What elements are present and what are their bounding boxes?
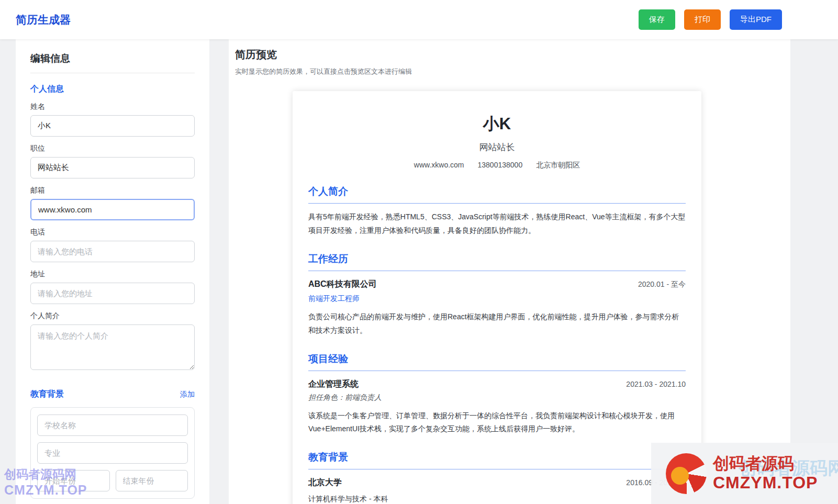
resume-paper: 小K 网站站长 www.xkwo.com 13800138000 北京市朝阳区 … <box>293 91 701 504</box>
app-title: 简历生成器 <box>16 13 71 27</box>
education-years-row <box>37 470 188 491</box>
work-position[interactable]: 前端开发工程师 <box>308 294 686 304</box>
app-header: 简历生成器 保存 打印 导出PDF <box>0 0 838 39</box>
resume-projects-section: 项目经验 企业管理系统 2021.03 - 2021.10 担任角色：前端负责人… <box>308 352 686 436</box>
phone-field-label: 电话 <box>30 228 195 237</box>
education-degree[interactable]: 计算机科学与技术 - 本科 <box>308 492 686 504</box>
header-actions: 保存 打印 导出PDF <box>639 9 782 30</box>
address-input[interactable] <box>30 283 195 304</box>
project-period[interactable]: 2021.03 - 2021.10 <box>626 380 686 388</box>
watermark-bottom-right: 创码者源码网 创码者源码 CMZYM.TOP <box>651 443 838 504</box>
cmzym-logo-icon <box>666 453 707 494</box>
end-year-input[interactable] <box>116 470 188 491</box>
export-pdf-button[interactable]: 导出PDF <box>730 9 782 30</box>
summary-textarea[interactable] <box>30 324 195 370</box>
education-section-title: 教育背景 <box>30 389 64 400</box>
name-field-label: 姓名 <box>30 102 195 111</box>
preview-title: 简历预览 <box>235 48 784 62</box>
work-item-header: ABC科技有限公司 2020.01 - 至今 <box>308 279 686 290</box>
major-input[interactable] <box>37 442 188 464</box>
resume-contact-location[interactable]: 北京市朝阳区 <box>536 161 580 170</box>
start-year-input[interactable] <box>37 470 110 491</box>
work-period[interactable]: 2020.01 - 至今 <box>638 280 686 289</box>
print-button[interactable]: 打印 <box>684 9 721 30</box>
education-school[interactable]: 北京大学 <box>308 477 342 488</box>
preview-panel: 简历预览 实时显示您的简历效果，可以直接点击预览区文本进行编辑 小K 网站站长 … <box>229 39 790 504</box>
position-field-label: 职位 <box>30 144 195 153</box>
resume-work-title: 工作经历 <box>308 252 686 271</box>
save-button[interactable]: 保存 <box>639 9 675 30</box>
resume-education-title: 教育背景 <box>308 451 686 469</box>
editor-panel: 编辑信息 个人信息 姓名 职位 邮箱 电话 地址 个人简介 教育背景 添加 工作… <box>16 39 209 504</box>
resume-profile-text[interactable]: 具有5年前端开发经验，熟悉HTML5、CSS3、JavaScript等前端技术，… <box>308 210 686 238</box>
email-input[interactable] <box>30 199 195 220</box>
resume-projects-title: 项目经验 <box>308 352 686 371</box>
education-add-link[interactable]: 添加 <box>180 390 195 399</box>
project-item-header: 企业管理系统 2021.03 - 2021.10 <box>308 379 686 390</box>
resume-work-section: 工作经历 ABC科技有限公司 2020.01 - 至今 前端开发工程师 负责公司… <box>308 252 686 338</box>
resume-contact-phone[interactable]: 13800138000 <box>478 161 523 170</box>
resume-profile-title: 个人简介 <box>308 185 686 204</box>
project-description[interactable]: 该系统是一个集客户管理、订单管理、数据分析于一体的综合性平台，我负责前端架构设计… <box>308 409 686 436</box>
resume-name[interactable]: 小K <box>308 113 686 135</box>
school-name-input[interactable] <box>37 415 188 436</box>
preview-subtitle: 实时显示您的简历效果，可以直接点击预览区文本进行编辑 <box>235 67 784 76</box>
summary-field-label: 个人简介 <box>30 311 195 321</box>
resume-job-title[interactable]: 网站站长 <box>308 141 686 153</box>
education-entry-card <box>30 407 195 499</box>
position-input[interactable] <box>30 157 195 178</box>
watermark-right-text: 创码者源码 <box>713 454 818 473</box>
resume-profile-section: 个人简介 具有5年前端开发经验，熟悉HTML5、CSS3、JavaScript等… <box>308 185 686 238</box>
personal-info-section-title: 个人信息 <box>30 84 195 95</box>
resume-contact-row: www.xkwo.com 13800138000 北京市朝阳区 <box>308 161 686 170</box>
editor-panel-title: 编辑信息 <box>30 52 195 73</box>
watermark-right-text-block: 创码者源码 CMZYM.TOP <box>713 454 818 492</box>
watermark-right-url: CMZYM.TOP <box>713 473 818 492</box>
education-item-header: 北京大学 2016.09 - 2020.06 <box>308 477 686 488</box>
resume-contact-website[interactable]: www.xkwo.com <box>414 161 464 170</box>
project-role[interactable]: 担任角色：前端负责人 <box>308 393 686 402</box>
work-company[interactable]: ABC科技有限公司 <box>308 279 377 290</box>
project-name[interactable]: 企业管理系统 <box>308 379 359 390</box>
work-description[interactable]: 负责公司核心产品的前端开发与维护，使用React框架构建用户界面，优化前端性能，… <box>308 310 686 338</box>
phone-input[interactable] <box>30 241 195 262</box>
education-section-header: 教育背景 添加 <box>30 389 195 400</box>
email-field-label: 邮箱 <box>30 186 195 195</box>
resume-education-section: 教育背景 北京大学 2016.09 - 2020.06 计算机科学与技术 - 本… <box>308 451 686 504</box>
name-input[interactable] <box>30 115 195 137</box>
address-field-label: 地址 <box>30 270 195 279</box>
